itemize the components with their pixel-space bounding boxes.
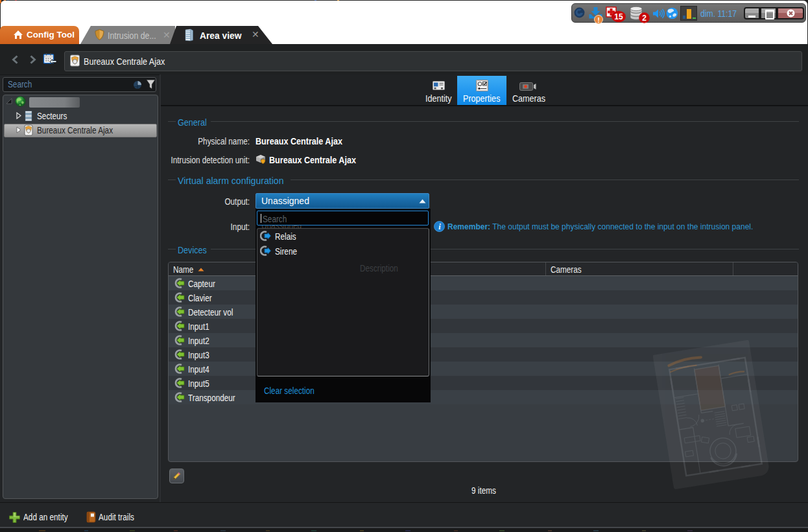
svg-text:2: 2 xyxy=(642,14,647,23)
svg-text:i: i xyxy=(438,222,441,231)
svg-text:!: ! xyxy=(597,16,600,24)
svg-text:15: 15 xyxy=(614,12,623,21)
